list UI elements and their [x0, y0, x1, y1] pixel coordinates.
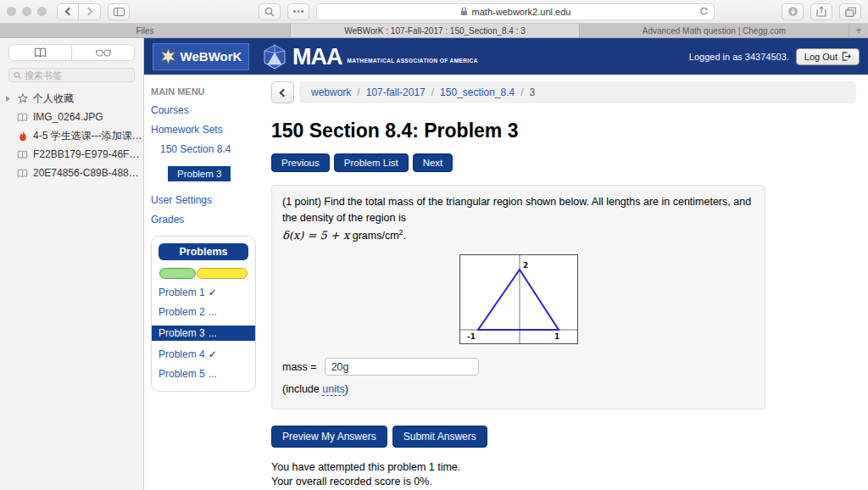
density-formula: δ(x) = 5 + x: [282, 229, 349, 242]
minimize-window-icon[interactable]: [22, 7, 31, 16]
figure-label-left: -1: [467, 332, 476, 341]
answer-action-buttons: Preview My Answers Submit Answers: [271, 426, 856, 448]
bookmark-label: 个人收藏: [33, 92, 74, 106]
problem-nav-buttons: Previous Problem List Next: [271, 153, 856, 172]
reload-icon[interactable]: [699, 7, 709, 16]
sidebar-item-homework-sets[interactable]: Homework Sets: [151, 124, 263, 136]
progress-bar: [159, 268, 248, 279]
problem-link-2[interactable]: Problem 2...: [159, 306, 248, 318]
reading-list-tab-button[interactable]: [71, 45, 134, 60]
lock-icon: [460, 7, 468, 16]
tab-webwork[interactable]: WeBWorK : 107-Fall-2017 : 150_Section_8.…: [291, 24, 580, 37]
bookmark-list: 个人收藏 IMG_0264.JPG 4-5 学生选课---添加课程 II (0.…: [0, 89, 143, 182]
webwork-logo-text: WeBWorK: [181, 49, 242, 64]
breadcrumb: webwork / 107-fall-2017 / 150_section_8.…: [299, 81, 856, 103]
webwork-page: WeBWorK MAA MATHEMATICAL ASSOCIATION OF …: [144, 38, 868, 490]
share-icon: [816, 6, 826, 17]
chevron-left-icon: [280, 88, 288, 97]
zoom-window-icon[interactable]: [37, 7, 47, 16]
window-controls[interactable]: [7, 7, 47, 16]
bookmark-label: IMG_0264.JPG: [33, 111, 103, 123]
figure-label-apex: 2: [523, 261, 528, 270]
breadcrumb-webwork[interactable]: webwork: [311, 86, 351, 98]
progress-yellow-segment: [197, 268, 248, 279]
sidebar-item-grades[interactable]: Grades: [151, 214, 263, 226]
book-icon: [16, 169, 29, 178]
triangle-figure: 2 -1 1: [459, 254, 578, 344]
bookmark-item[interactable]: 20E74856-C89B-4889-85A...: [0, 164, 143, 182]
tab-files[interactable]: Files: [0, 24, 291, 37]
logout-label: Log Out: [804, 52, 837, 62]
check-icon: ✓: [209, 348, 217, 360]
submit-answers-button[interactable]: Submit Answers: [392, 426, 487, 448]
disclosure-triangle-icon[interactable]: [5, 95, 12, 103]
sidebar-item-courses[interactable]: Courses: [151, 104, 263, 116]
book-icon: [16, 150, 29, 159]
logout-button[interactable]: Log Out: [796, 48, 860, 65]
bookmarks-tab-button[interactable]: [9, 45, 71, 60]
login-area: Logged in as 34374503. Log Out: [689, 48, 860, 65]
back-button[interactable]: [57, 3, 79, 20]
next-button[interactable]: Next: [413, 153, 453, 172]
preview-answers-button[interactable]: Preview My Answers: [271, 426, 387, 448]
tab-overview-button[interactable]: [839, 3, 861, 20]
bookmark-search-input[interactable]: [25, 70, 130, 81]
webwork-star-icon: [160, 48, 176, 64]
bookmark-item[interactable]: IMG_0264.JPG: [0, 108, 143, 126]
webwork-logo[interactable]: WeBWorK: [153, 43, 249, 70]
toolbar-right-buttons: [782, 3, 861, 20]
mass-answer-input[interactable]: [325, 358, 479, 376]
maa-logo: MAA MATHEMATICAL ASSOCIATION OF AMERICA: [263, 44, 478, 70]
sidebar-item-problem3-selected[interactable]: Problem 3: [168, 166, 231, 181]
tab-chegg[interactable]: Advanced Math question | Chegg.com: [580, 24, 849, 37]
problem-list-button[interactable]: Problem List: [334, 153, 409, 172]
tab-label: WeBWorK : 107-Fall-2017 : 150_Section_8.…: [344, 26, 526, 36]
sidebar-toggle-button[interactable]: [108, 3, 130, 20]
more-options-button[interactable]: [287, 3, 309, 20]
units-help-link[interactable]: units: [322, 383, 344, 396]
problems-panel-title: Problems: [159, 243, 248, 260]
breadcrumb-course[interactable]: 107-fall-2017: [366, 86, 426, 98]
sidebar-icon: [114, 8, 125, 16]
tabs-icon: [845, 7, 856, 17]
check-icon: ✓: [209, 287, 217, 298]
safari-window: math-webwork2.unl.edu Files WeBWorK : 10…: [0, 0, 868, 490]
logout-icon: [842, 52, 851, 61]
bookmark-label: 4-5 学生选课---添加课程 II (0...: [33, 129, 143, 143]
close-window-icon[interactable]: [7, 7, 16, 16]
browser-toolbar: math-webwork2.unl.edu: [0, 0, 868, 24]
breadcrumb-back-button[interactable]: [271, 81, 294, 103]
address-bar[interactable]: math-webwork2.unl.edu: [316, 3, 715, 20]
problem-link-4[interactable]: Problem 4✓: [159, 348, 248, 360]
status-line: Your overall recorded score is 0%.: [271, 475, 856, 489]
search-button[interactable]: [259, 3, 281, 20]
bookmark-search[interactable]: [8, 68, 135, 82]
tab-label: Advanced Math question | Chegg.com: [643, 26, 786, 36]
main-menu-title: MAIN MENU: [151, 86, 263, 97]
new-tab-button[interactable]: +: [849, 24, 868, 37]
book-icon: [16, 113, 29, 122]
previous-button[interactable]: Previous: [271, 153, 330, 172]
problem-link-1[interactable]: Problem 1✓: [159, 287, 248, 298]
bookmark-label: 20E74856-C89B-4889-85A...: [33, 167, 143, 179]
share-button[interactable]: [810, 3, 832, 20]
problems-panel: Problems Problem 1✓ Problem 2... Problem…: [151, 236, 256, 392]
problem-link-3-selected[interactable]: Problem 3...: [152, 326, 255, 341]
tab-bar: Files WeBWorK : 107-Fall-2017 : 150_Sect…: [0, 24, 868, 38]
problem-link-5[interactable]: Problem 5...: [159, 368, 248, 380]
figure-label-right: 1: [554, 332, 559, 341]
downloads-button[interactable]: [782, 3, 804, 20]
breadcrumb-section[interactable]: 150_section_8.4: [440, 86, 515, 98]
sidebar-item-user-settings[interactable]: User Settings: [151, 194, 263, 206]
bookmark-item-favorites[interactable]: 个人收藏: [0, 89, 143, 108]
sidebar-item-section[interactable]: 150 Section 8.4: [160, 143, 263, 155]
star-icon: [16, 93, 29, 103]
bookmark-item[interactable]: 4-5 学生选课---添加课程 II (0...: [0, 126, 143, 145]
tab-label: Files: [136, 26, 153, 36]
maa-text: MAA: [292, 46, 342, 68]
progress-green-segment: [159, 268, 196, 279]
ellipsis-icon: [293, 10, 303, 13]
forward-button[interactable]: [79, 3, 101, 20]
bookmark-item[interactable]: F22BB179-E979-46F2-AA09...: [0, 145, 143, 164]
page-title: 150 Section 8.4: Problem 3: [271, 120, 856, 142]
